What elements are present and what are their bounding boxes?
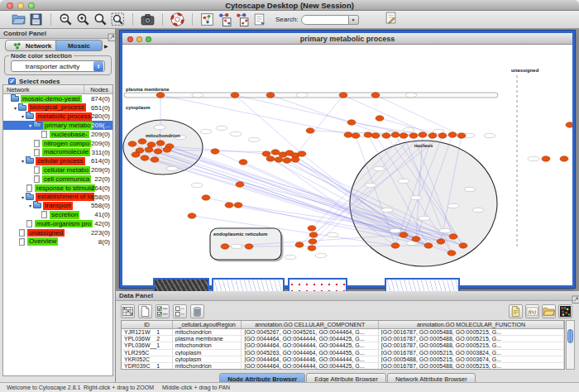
graph-node[interactable] — [154, 149, 162, 154]
graph-node[interactable] — [132, 152, 140, 157]
help-icon[interactable] — [170, 12, 184, 26]
graph-node[interactable] — [448, 132, 457, 137]
graph-node[interactable] — [291, 157, 299, 162]
graph-node[interactable] — [364, 132, 372, 137]
minimized-window-3[interactable] — [288, 278, 347, 291]
graph-node[interactable] — [438, 133, 447, 138]
dp-unselect-attributes-icon[interactable] — [173, 304, 187, 318]
dp-function-icon[interactable]: f(x) — [525, 304, 539, 318]
network-canvas[interactable]: plasma membranecytoplasmmitochondrionnuc… — [122, 45, 572, 285]
graph-node[interactable] — [447, 251, 456, 256]
graph-node[interactable] — [459, 243, 467, 248]
graph-node[interactable] — [566, 122, 572, 127]
graph-node[interactable] — [156, 141, 165, 146]
graph-node[interactable] — [275, 157, 283, 162]
table-column-header[interactable]: annotation.GO MOLECULAR_FUNCTION — [379, 321, 564, 328]
graph-node[interactable] — [128, 141, 136, 146]
graph-node[interactable] — [371, 93, 380, 98]
tree-expander-icon[interactable]: ▾ — [12, 105, 18, 111]
graph-node[interactable] — [306, 128, 314, 133]
graph-node[interactable] — [542, 156, 550, 161]
tree-expander-icon[interactable]: ▾ — [27, 122, 33, 128]
tree-row[interactable]: Overview8(0) — [3, 237, 112, 246]
zoom-fit-icon[interactable] — [93, 12, 108, 26]
graph-node[interactable] — [437, 239, 445, 244]
graph-node[interactable] — [419, 132, 427, 137]
float-panel-icon[interactable] — [568, 292, 577, 300]
save-icon[interactable] — [29, 12, 43, 26]
search-input[interactable] — [301, 15, 349, 25]
minimized-window-1[interactable] — [153, 278, 209, 291]
dp-delete-attribute-icon[interactable] — [190, 304, 204, 318]
graph-node[interactable] — [400, 133, 408, 138]
graph-node[interactable] — [236, 182, 244, 187]
graph-node[interactable] — [151, 157, 159, 162]
dp-new-attribute-icon[interactable] — [138, 304, 152, 318]
graph-node[interactable] — [371, 133, 380, 138]
tree-row[interactable]: ▾establishment of lo558(0) — [3, 193, 112, 202]
zoom-selected-icon[interactable] — [111, 12, 125, 26]
graph-node[interactable] — [145, 147, 153, 152]
graph-node[interactable] — [156, 93, 165, 98]
minimized-window-2[interactable] — [212, 278, 285, 291]
graph-node[interactable] — [424, 243, 433, 248]
graph-node[interactable] — [449, 234, 457, 239]
tree-expander-icon[interactable]: ▾ — [27, 203, 33, 208]
graph-node[interactable] — [211, 149, 219, 154]
select-mode-icon[interactable] — [218, 12, 232, 26]
graph-node[interactable] — [308, 246, 316, 251]
float-panel-icon[interactable] — [104, 30, 112, 38]
tree-expander-icon[interactable]: ▾ — [20, 194, 26, 200]
graph-node[interactable] — [560, 156, 568, 161]
table-row[interactable]: YPL036W__2plasma membrane[GO:0044464, GO… — [122, 336, 564, 342]
snapshot-icon[interactable] — [141, 12, 155, 26]
graph-node[interactable] — [344, 132, 352, 137]
tree-column-network[interactable]: Network — [7, 86, 30, 93]
table-row[interactable]: YDR039C__1mitochondrion[GO:0044464, GO:0… — [122, 363, 564, 370]
graph-node[interactable] — [409, 133, 418, 138]
table-column-header[interactable]: ID — [122, 321, 173, 328]
tree-row[interactable]: mosaic-demo-yeast874(0) — [3, 94, 112, 103]
graph-node[interactable] — [262, 151, 270, 156]
tree-expander-icon[interactable]: ▾ — [20, 113, 26, 119]
open-icon[interactable] — [12, 12, 26, 26]
graph-node[interactable] — [245, 244, 253, 249]
table-row[interactable]: YPL036W__1mitochondrion[GO:0044464, GO:0… — [122, 342, 564, 349]
graph-node[interactable] — [382, 133, 390, 138]
graph-node[interactable] — [266, 156, 275, 161]
graph-node[interactable] — [309, 232, 318, 237]
graph-node[interactable] — [138, 139, 146, 144]
tree-row[interactable]: cell communica22(0) — [3, 174, 112, 184]
graph-node[interactable] — [231, 93, 239, 98]
zoom-in-icon[interactable] — [76, 12, 90, 26]
dp-open-icon[interactable] — [542, 304, 556, 318]
tree-row[interactable]: ▾transport558(0) — [3, 202, 112, 211]
table-column-header[interactable]: annotation.GO CELLULAR_COMPONENT — [242, 321, 378, 328]
tree-row[interactable]: unassigned223(0) — [3, 228, 112, 237]
tree-row[interactable]: ▾primary metabo209(... — [3, 121, 112, 130]
graph-node[interactable] — [308, 226, 316, 231]
graph-node[interactable] — [266, 93, 275, 98]
graph-node[interactable] — [298, 151, 306, 156]
graph-node[interactable] — [391, 243, 400, 248]
graph-node[interactable] — [352, 133, 360, 138]
tree-row[interactable]: nitrogen compo209(0) — [3, 139, 112, 148]
table-column-header[interactable]: _cellularLayoutRegion — [173, 321, 242, 328]
search-dropdown-arrow[interactable]: ▼ — [349, 15, 359, 25]
dp-import-icon[interactable] — [509, 304, 523, 318]
graph-node[interactable] — [163, 147, 171, 152]
table-scrollbar[interactable] — [566, 320, 575, 370]
graph-node[interactable] — [225, 203, 233, 208]
tree-row[interactable]: secretion41(0) — [3, 210, 112, 219]
tree-row[interactable]: macromolecule311(0) — [3, 148, 112, 157]
graph-node[interactable] — [347, 120, 356, 125]
zoom-out-icon[interactable] — [59, 12, 73, 26]
dp-select-attributes-icon[interactable] — [156, 304, 170, 318]
graph-node[interactable] — [428, 133, 437, 138]
graph-node[interactable] — [400, 232, 408, 237]
tree-column-nodes[interactable]: Nodes — [90, 86, 108, 93]
overview-icon[interactable] — [200, 12, 214, 26]
graph-node[interactable] — [283, 158, 291, 163]
graph-node[interactable] — [141, 155, 149, 160]
dp-table-icon[interactable] — [121, 304, 135, 318]
